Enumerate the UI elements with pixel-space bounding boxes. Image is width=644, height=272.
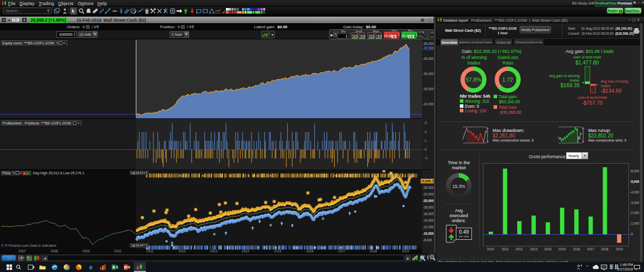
svg-text:+: + — [268, 32, 270, 35]
svg-text:57.8%: 57.8% — [465, 77, 481, 83]
svg-text:15.3%: 15.3% — [452, 184, 465, 189]
svg-text:P: P — [124, 265, 127, 270]
svg-text:9: 9 — [311, 174, 313, 177]
svg-text:5: 5 — [270, 174, 272, 177]
svg-text:T: T — [172, 9, 174, 14]
svg-text:6: 6 — [202, 174, 204, 177]
svg-text:e: e — [89, 264, 93, 270]
svg-text:5: 5 — [180, 174, 182, 177]
svg-text:1.72: 1.72 — [502, 77, 513, 83]
